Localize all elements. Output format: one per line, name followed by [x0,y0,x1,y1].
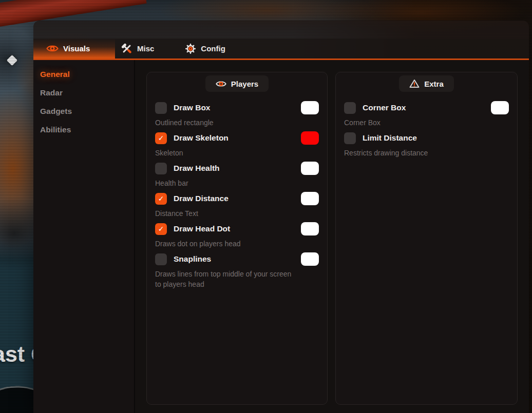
option-draw-skeleton: ✓ Draw Skeleton Skeleton [155,132,319,158]
option-description: Draws lines from top middle of your scre… [155,269,299,289]
content-area: Players Draw Box Outlined rectangle [135,60,529,413]
snaplines-checkbox[interactable] [155,253,167,265]
option-description: Restricts drawing distance [344,148,488,158]
eye-icon [46,44,59,53]
option-description: Skeleton [155,148,299,158]
draw-health-color-swatch[interactable] [301,162,319,175]
option-description: Distance Text [155,208,299,219]
panel-title: Players [231,80,258,88]
draw-health-checkbox[interactable] [155,163,167,174]
window-body: General Radar Gadgets Abilities [33,60,529,413]
sidebar-item-general[interactable]: General [33,65,134,84]
tab-label: Config [201,44,225,53]
option-description: Outlined rectangle [155,117,299,128]
sidebar: General Radar Gadgets Abilities [33,60,135,413]
sidebar-item-gadgets[interactable]: Gadgets [33,102,134,121]
panel-title: Extra [424,80,444,88]
panel-extra: Extra Corner Box Corner Box [335,72,518,405]
option-draw-distance: ✓ Draw Distance Distance Text [155,192,319,219]
corner-box-checkbox[interactable] [344,102,356,114]
warning-icon [409,79,420,88]
option-snaplines: Snaplines Draws lines from top middle of… [155,253,319,289]
draw-skeleton-checkbox[interactable]: ✓ [155,132,167,144]
options-list: Corner Box Corner Box Limit Distance [344,102,509,158]
panel-players: Players Draw Box Outlined rectangle [146,72,328,405]
options-list: Draw Box Outlined rectangle ✓ Draw Skele… [155,102,319,289]
option-label: Draw Distance [174,194,229,203]
draw-distance-color-swatch[interactable] [301,192,319,205]
gear-icon [185,43,196,54]
crosshair-diamond-icon [7,55,17,66]
draw-box-checkbox[interactable] [155,102,167,114]
option-draw-health: Draw Health Health bar [155,162,319,188]
option-label: Draw Health [174,164,220,173]
screen: ast G Visuals [0,0,532,413]
draw-skeleton-color-swatch[interactable] [301,131,319,145]
sidebar-item-abilities[interactable]: Abilities [33,121,134,139]
option-description: Health bar [155,178,299,188]
draw-head-dot-checkbox[interactable]: ✓ [155,223,167,235]
draw-box-color-swatch[interactable] [301,101,319,114]
corner-box-color-swatch[interactable] [491,101,509,114]
option-label: Corner Box [363,103,406,112]
tab-label: Visuals [63,44,90,53]
option-description: Corner Box [344,117,488,128]
window-header [33,21,529,38]
tab-config[interactable]: Config [169,38,240,58]
limit-distance-checkbox[interactable] [344,132,356,144]
tab-label: Misc [137,44,154,53]
option-corner-box: Corner Box Corner Box [344,102,509,128]
mod-menu-window: Visuals Misc [33,21,529,413]
sidebar-item-radar[interactable]: Radar [33,84,134,102]
option-draw-box: Draw Box Outlined rectangle [155,102,319,128]
option-draw-head-dot: ✓ Draw Head Dot Draws dot on players hea… [155,223,319,249]
hammer-wrench-icon [121,43,132,54]
panel-extra-header: Extra [399,75,454,92]
option-limit-distance: Limit Distance Restricts drawing distanc… [344,132,509,158]
snaplines-color-swatch[interactable] [301,252,319,266]
option-label: Draw Head Dot [174,224,230,233]
option-label: Snaplines [174,254,211,264]
draw-head-dot-color-swatch[interactable] [301,222,319,235]
option-label: Draw Box [174,103,211,112]
draw-distance-checkbox[interactable]: ✓ [155,193,167,205]
panel-players-header: Players [205,75,269,92]
eye-icon [216,80,226,88]
tab-misc[interactable]: Misc [115,38,169,58]
tab-bar: Visuals Misc [33,38,529,60]
option-label: Draw Skeleton [174,133,229,143]
option-label: Limit Distance [363,133,417,143]
tab-visuals[interactable]: Visuals [33,38,115,58]
option-description: Draws dot on players head [155,239,299,249]
